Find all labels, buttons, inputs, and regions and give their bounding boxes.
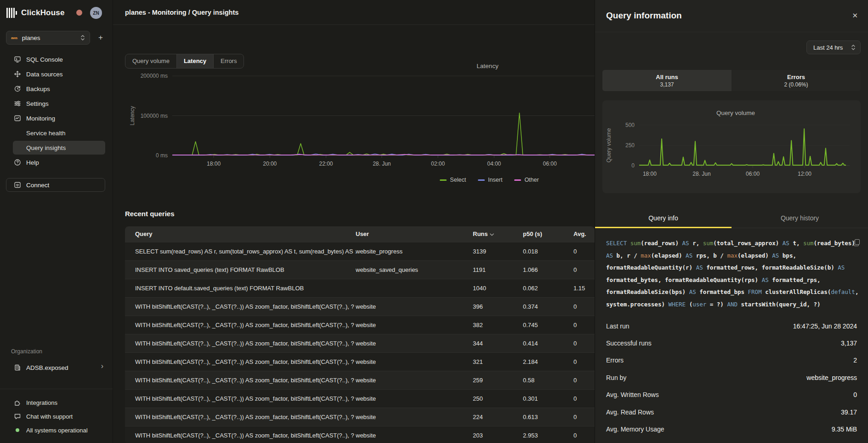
cell-avg: 1.15 [573,279,595,297]
sidebar-item-data-sources[interactable]: Data sources [0,67,113,81]
chat-icon [14,413,21,420]
detail-label: Avg. Read Rows [606,408,654,416]
organization-section-label: Organization [11,348,42,355]
detail-value: 39.17 [841,408,857,416]
table-row[interactable]: WITH bitShiftLeft(CAST(?..), _CAST(?..))… [125,389,595,408]
tab-query-info[interactable]: Query info [595,208,732,228]
segment-all-runs[interactable]: All runs 3,137 [602,70,732,91]
system-status[interactable]: All systems operational [0,423,113,437]
column-header-query[interactable]: Query [125,226,356,242]
workspace-select[interactable]: aws planes [6,31,90,45]
table-row[interactable]: WITH bitShiftLeft(CAST(?..), _CAST(?..))… [125,352,595,371]
table-row[interactable]: WITH bitShiftLeft(CAST(?..), _CAST(?..))… [125,316,595,334]
sidebar-item-label: Settings [26,100,49,107]
cell-user: website [356,352,473,371]
sidebar-item-query-insights[interactable]: Query insights [0,140,113,155]
time-range-select[interactable]: Last 24 hrs [806,40,861,54]
detail-row: Run bywebsite_progress [606,369,857,386]
table-row[interactable]: WITH bitShiftLeft(CAST(?..), _CAST(?..))… [125,371,595,389]
svg-text:12:00: 12:00 [798,171,811,177]
svg-text:Query volume: Query volume [606,128,612,162]
connect-label: Connect [26,182,49,189]
notification-dot[interactable] [76,10,82,16]
sidebar: ClickHouse ZN aws planes + SQL Console D… [0,0,113,443]
legend-item[interactable]: Other [514,177,539,183]
runs-errors-segments: All runs 3,137 Errors 2 (0.06%) [602,70,861,91]
table-row[interactable]: WITH bitShiftLeft(CAST(?..), _CAST(?..))… [125,334,595,352]
avatar[interactable]: ZN [90,7,102,19]
column-header-runs[interactable]: Runs [473,226,523,242]
organization-switcher[interactable]: ADSB.exposed › [0,360,113,375]
cell-p50: 0.018 [523,242,573,260]
cell-query: WITH bitShiftLeft(CAST(?..), _CAST(?..))… [125,426,356,443]
cell-query: WITH bitShiftLeft(CAST(?..), _CAST(?..))… [125,334,356,352]
cell-runs: 203 [473,426,523,443]
svg-text:18:00: 18:00 [207,161,221,167]
tab-query-history[interactable]: Query history [732,208,868,228]
table-row[interactable]: INSERT INTO default.saved_queries (text)… [125,279,595,297]
column-header-p50[interactable]: p50 (s) [523,226,573,242]
recent-queries-title: Recent queries [125,210,175,218]
cell-query: WITH bitShiftLeft(CAST(?..), _CAST(?..))… [125,297,356,316]
cell-user: website [356,297,473,316]
cell-avg: 0 [573,316,595,334]
detail-row: Errors2 [606,352,857,369]
sidebar-item-label: SQL Console [26,56,63,63]
cell-query: WITH bitShiftLeft(CAST(?..), _CAST(?..))… [125,408,356,426]
workspace-name: planes [22,35,80,41]
footer-item-label: Chat with support [26,413,73,420]
sidebar-item-service-health[interactable]: Service health [0,126,113,140]
cell-runs: 396 [473,297,523,316]
cell-user: website_saved_queries [356,260,473,279]
sidebar-nav: SQL Console Data sources Backups Setting… [0,52,113,170]
cell-query: WITH bitShiftLeft(CAST(?..), _CAST(?..))… [125,316,356,334]
detail-row: Last run16:47:25, Jun 28 2024 [606,317,857,334]
footer-item-label: Integrations [26,399,57,406]
column-header-user[interactable]: User [356,226,473,242]
sidebar-item-backups[interactable]: Backups [0,81,113,96]
latency-chart: 0 ms100000 ms200000 ms18:0020:0022:0028.… [129,60,595,179]
table-row[interactable]: WITH bitShiftLeft(CAST(?..), _CAST(?..))… [125,297,595,316]
organization-name: ADSB.exposed [26,364,68,371]
detail-value: 9.35 MiB [832,426,857,433]
sidebar-item-chat-support[interactable]: Chat with support [0,409,113,423]
brand-name: ClickHouse [21,8,65,17]
table-row[interactable]: INSERT INTO saved_queries (text) FORMAT … [125,260,595,279]
app: ClickHouse ZN aws planes + SQL Console D… [0,0,868,443]
table-row[interactable]: SELECT sum(read_rows) AS r, sum(total_ro… [125,242,595,260]
column-header-avg[interactable]: Avg. [573,226,595,242]
detail-label: Last run [606,322,630,330]
sidebar-item-integrations[interactable]: Integrations [0,396,113,409]
query-volume-card: 025050018:0028. Jun06:0012:00Query volum… [602,100,861,193]
segment-value: 3,137 [660,81,674,88]
panel-title: Query information [606,11,682,21]
cell-query: INSERT INTO saved_queries (text) FORMAT … [125,260,356,279]
legend-item[interactable]: Select [440,177,466,183]
connect-button[interactable]: Connect [6,178,105,192]
copy-icon[interactable] [854,239,860,246]
sidebar-item-label: Backups [26,86,50,92]
add-service-button[interactable]: + [95,32,106,43]
svg-text:0 ms: 0 ms [156,152,168,159]
detail-value: 3,137 [841,339,857,347]
sidebar-item-monitoring[interactable]: Monitoring [0,111,113,126]
close-icon[interactable]: ✕ [852,12,858,20]
cell-query: INSERT INTO default.saved_queries (text)… [125,279,356,297]
svg-text:Latency: Latency [129,106,136,125]
cell-avg: 0 [573,242,595,260]
sidebar-item-settings[interactable]: Settings [0,96,113,111]
cell-runs: 1191 [473,260,523,279]
query-volume-chart: 025050018:0028. Jun06:0012:00Query volum… [602,100,861,193]
svg-text:04:00: 04:00 [487,161,501,167]
sidebar-item-sql-console[interactable]: SQL Console [0,52,113,67]
svg-text:02:00: 02:00 [431,161,445,167]
legend-item[interactable]: Insert [478,177,502,183]
sidebar-item-help[interactable]: Help [0,155,113,170]
help-icon [14,159,21,166]
segment-errors[interactable]: Errors 2 (0.06%) [732,70,861,91]
recent-queries-table: Query User Runs p50 (s) Avg. SELECT sum(… [125,226,595,443]
sidebar-item-label: Data sources [26,71,63,78]
table-row[interactable]: WITH bitShiftLeft(CAST(?..), _CAST(?..))… [125,408,595,426]
brand: ClickHouse [6,6,65,19]
table-row[interactable]: WITH bitShiftLeft(CAST(?..), _CAST(?..))… [125,426,595,443]
